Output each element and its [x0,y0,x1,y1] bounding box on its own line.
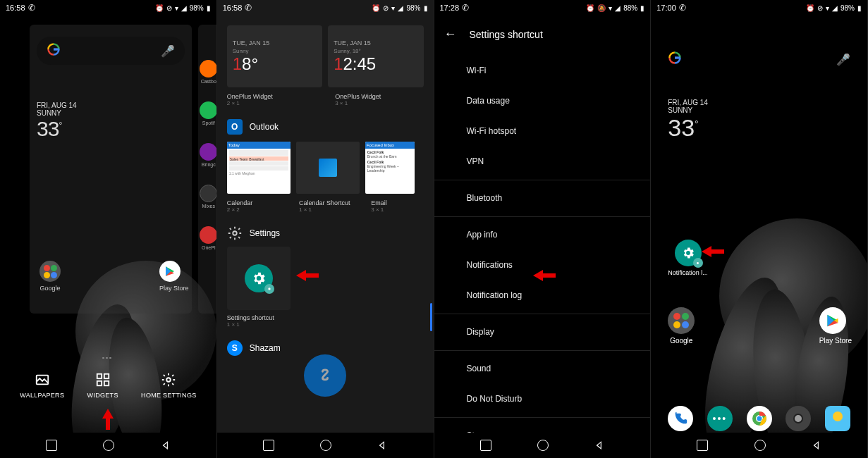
settings-shortcut-icon [675,240,702,266]
wallpapers-icon [35,372,50,388]
svg-rect-4 [54,48,59,50]
clock: 16:58 [6,4,25,12]
whatsapp-icon: ✆ [462,3,469,13]
settings-item-do-not-disturb[interactable]: Do Not Disturb [434,384,651,414]
status-bar: 16:58✆ ⏰⊘▾◢98%▮ [217,0,434,16]
recents-button[interactable] [480,440,491,451]
battery-icon: ▮ [207,4,211,12]
svg-rect-7 [104,374,108,378]
camera-app[interactable] [786,406,811,431]
widget-outlook-email[interactable]: Focused Inbox Cecil Folk Brunch at the B… [365,142,415,194]
widget-oneplus-2x1[interactable]: TUE, JAN 15 Sunny 18° [227,25,322,87]
play-store-app[interactable]: Play Store [819,307,852,345]
scrollbar-thumb[interactable] [430,303,432,331]
settings-item-data-usage[interactable]: Data usage [434,86,651,116]
dnd-icon: ⊘ [166,4,172,12]
divider [434,180,651,180]
battery-pct: 98% [190,4,204,12]
dock: ••• [651,406,867,431]
settings-item-display[interactable]: Display [434,317,651,347]
panel-widget-picker: 16:58✆ ⏰⊘▾◢98%▮ TUE, JAN 15 Sunny 18° TU… [217,0,434,458]
wallpapers-button[interactable]: WALLPAPERS [20,372,64,399]
google-search-widget[interactable]: 🎤 [651,51,867,68]
messages-app[interactable]: ••• [707,406,733,431]
weather-widget[interactable]: FRI, AUG 14 SUNNY 33° [668,99,708,142]
panel-home-longpress: 16:58 ✆ ⏰ ⊘ ▾ ◢ 98% ▮ 🎤 FRI, AUG 14 SUNN… [0,0,217,458]
settings-item-bluetooth[interactable]: Bluetooth [434,183,651,213]
back-arrow-icon[interactable]: ← [444,27,457,42]
section-outlook[interactable]: O Outlook [217,112,434,137]
mixes-icon [200,185,217,202]
widget-oneplus-3x1[interactable]: TUE, JAN 15 Sunny, 18° 12:45 [328,25,423,87]
svg-point-12 [268,287,270,290]
drag-handle-icon [102,357,114,360]
back-button[interactable] [161,440,171,450]
spotify-icon [200,101,217,119]
settings-item-sound[interactable]: Sound [434,354,651,384]
widget-shazam[interactable] [304,354,346,397]
camera-icon [793,414,803,423]
navbar [0,433,216,458]
back-button[interactable] [594,440,604,450]
gallery-app[interactable] [825,406,850,431]
hint-arrow-widgets [103,409,113,430]
back-button[interactable] [377,440,387,450]
section-settings[interactable]: Settings [217,218,434,244]
recents-button[interactable] [697,440,708,451]
widget-settings-shortcut[interactable] [227,247,291,310]
widgets-button[interactable]: WIDGETS [87,372,118,399]
whatsapp-icon: ✆ [245,3,252,13]
status-bar: 16:58 ✆ ⏰ ⊘ ▾ ◢ 98% ▮ [0,0,216,16]
play-store-icon [159,261,181,282]
home-button[interactable] [754,440,766,451]
home-button[interactable] [103,440,114,451]
chrome-app[interactable] [747,406,772,431]
back-button[interactable] [812,440,821,450]
phone-app[interactable] [668,406,693,431]
widget-outlook-shortcut[interactable] [296,142,360,194]
google-folder[interactable]: Google [668,307,695,345]
recents-button[interactable] [263,440,274,451]
panel-settings-shortcut-picker: 17:28✆ ⏰🔕▾◢88%▮ ← Settings shortcut Wi-F… [434,0,652,458]
settings-item-app-info[interactable]: App info [434,220,651,250]
home-button[interactable] [320,440,331,451]
mic-icon[interactable]: 🎤 [161,44,175,58]
secondary-page-preview[interactable]: Castbo Spotif Bringc Mixes OnePl [198,25,217,314]
home-button[interactable] [537,440,549,451]
svg-point-21 [757,416,762,421]
signal-icon: ◢ [181,4,187,12]
weather-date: FRI, AUG 14 [37,101,77,109]
outlook-icon: O [227,119,243,135]
google-search-widget[interactable]: 🎤 [37,37,185,65]
settings-item-wi-fi[interactable]: Wi-Fi [434,56,651,86]
svg-rect-9 [104,381,108,385]
svg-rect-6 [97,374,101,378]
settings-item-wi-fi-hotspot[interactable]: Wi-Fi hotspot [434,116,651,147]
weather-cond: SUNNY [37,109,77,117]
svg-rect-8 [97,381,101,385]
recents-button[interactable] [46,440,57,451]
notification-log-shortcut[interactable]: Notification l... [668,240,708,276]
home-settings-button[interactable]: HOME SETTINGS [141,372,196,399]
status-bar: 17:00✆ ⏰⊘▾◢98%▮ [651,0,867,16]
status-bar: 17:28✆ ⏰🔕▾◢88%▮ [434,0,651,16]
gallery-icon [833,411,843,421]
play-store-app[interactable]: Play Store [159,261,189,292]
folder-label: Google [39,285,61,292]
widget-outlook-calendar[interactable]: Today Sales Team Breakfast 1:1 with Megh… [227,142,291,194]
settings-item-notification-log[interactable]: Notification log [434,280,651,311]
google-folder[interactable]: Google [39,261,61,292]
google-g-icon [47,42,61,59]
castbox-icon [200,60,217,78]
bring-icon [200,143,217,161]
wifi-icon: ▾ [175,4,178,12]
settings-item-vpn[interactable]: VPN [434,147,651,177]
settings-list: Wi-FiData usageWi-Fi hotspotVPNBluetooth… [434,53,651,458]
svg-point-10 [167,378,171,382]
panel-home-final: 17:00✆ ⏰⊘▾◢98%▮ 🎤 FRI, AUG 14 SUNNY 33° … [651,0,868,458]
hint-arrow-notification-log [532,271,556,280]
clock: 16:58 [223,4,243,12]
whatsapp-icon: ✆ [28,3,35,13]
mic-icon[interactable]: 🎤 [836,53,850,66]
weather-widget[interactable]: FRI, AUG 14 SUNNY 33° [37,101,77,141]
